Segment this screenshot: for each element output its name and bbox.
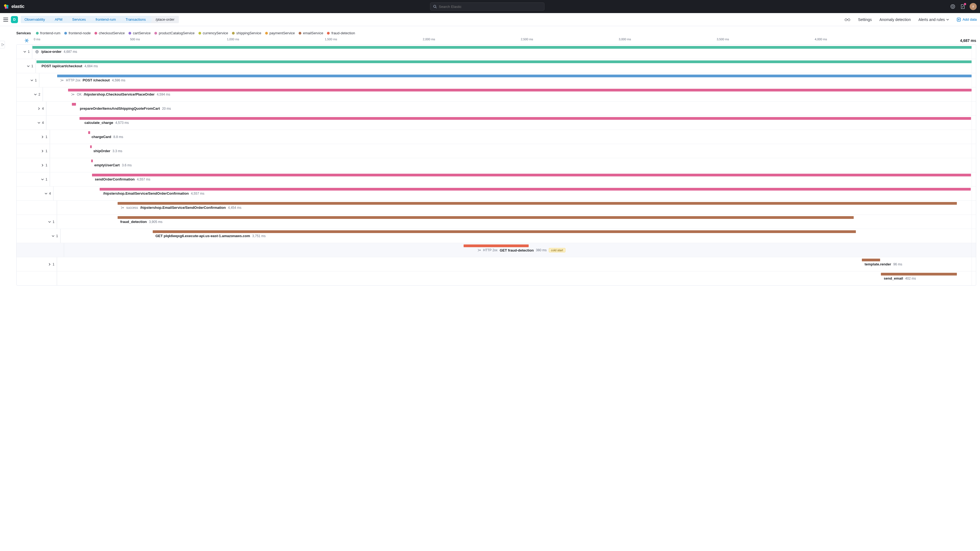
span-body[interactable]: HTTP 2xxPOST /checkout4,596 ms (40, 73, 972, 87)
span-body[interactable]: GET plqk6wqxg6.execute-api.us-east-1.ama… (61, 229, 972, 243)
expand-toggle[interactable]: 1 (17, 172, 50, 186)
add-data-button[interactable]: Add data (956, 18, 977, 22)
legend-item[interactable]: paymentService (265, 31, 295, 35)
span-bar[interactable] (88, 131, 90, 134)
expand-toggle[interactable]: 1 (17, 73, 39, 87)
space-selector[interactable]: D (11, 16, 18, 23)
breadcrumb-link[interactable]: Transactions (120, 16, 150, 23)
span-bar[interactable] (100, 188, 971, 191)
alerts-rules-menu[interactable]: Alerts and rules (918, 18, 949, 22)
expand-toggle[interactable]: 2 (17, 88, 43, 101)
expand-toggle[interactable]: 1 (17, 144, 50, 158)
span-row[interactable]: 1shipOrder3.3 ms (17, 144, 976, 158)
span-bar[interactable] (862, 259, 880, 261)
expand-toggle[interactable]: 1 (17, 158, 50, 172)
expand-toggle[interactable]: 4 (17, 116, 46, 130)
span-bar[interactable] (92, 174, 971, 177)
span-body[interactable]: prepareOrderItemsAndShippingQuoteFromCar… (46, 102, 972, 115)
legend-item[interactable]: cartService (129, 31, 151, 35)
span-row[interactable]: 4calculate_charge4,573 ms (17, 115, 976, 130)
span-bar[interactable] (118, 202, 957, 205)
expand-toggle[interactable]: 4 (17, 102, 46, 115)
span-bar[interactable] (881, 273, 957, 276)
span-bar[interactable] (118, 216, 854, 219)
legend-item[interactable]: checkoutService (94, 31, 125, 35)
anomaly-detection-link[interactable]: Anomaly detection (879, 18, 911, 22)
span-row[interactable]: 1/place-order4,687 ms (17, 45, 976, 59)
span-bar[interactable] (72, 103, 76, 106)
span-bar[interactable] (91, 159, 93, 162)
legend-item[interactable]: frontend-rum (36, 31, 60, 35)
expand-toggle[interactable]: 1 (17, 215, 57, 229)
span-body[interactable]: sendOrderConfirmation4,557 ms (50, 172, 972, 186)
breadcrumb-link[interactable]: APM (49, 16, 67, 23)
breadcrumb-link[interactable]: frontend-rum (90, 16, 120, 23)
span-body[interactable]: emptyUserCart3.6 ms (50, 158, 972, 172)
span-row[interactable]: 2OK/hipstershop.CheckoutService/PlaceOrd… (17, 87, 976, 101)
expand-toggle[interactable]: 4 (17, 186, 53, 201)
help-icon[interactable] (950, 4, 956, 9)
legend-item[interactable]: currencyService (199, 31, 228, 35)
expand-toggle[interactable]: 1 (17, 257, 57, 271)
span-body[interactable]: fraud_detection3,905 ms (57, 215, 972, 229)
row-gutter (17, 271, 57, 285)
newsfeed-icon[interactable] (960, 4, 965, 9)
span-row[interactable]: 1GET plqk6wqxg6.execute-api.us-east-1.am… (17, 229, 976, 243)
expand-toggle[interactable]: 1 (17, 229, 60, 243)
span-row[interactable]: 1fraud_detection3,905 ms (17, 215, 976, 229)
row-gutter: 1 (17, 172, 50, 186)
span-row[interactable]: send_email402 ms (17, 271, 976, 285)
span-body[interactable]: POST /api/cart/checkout4,684 ms (36, 59, 972, 73)
nav-toggle-icon[interactable] (3, 18, 8, 22)
span-row[interactable]: 1sendOrderConfirmation4,557 ms (17, 172, 976, 186)
span-body[interactable]: HTTP 2xxGET fraud-detection380 mscold st… (64, 243, 972, 257)
span-body[interactable]: success/hipstershop.EmailService/SendOrd… (57, 201, 972, 215)
breadcrumb-link[interactable]: Services (67, 16, 90, 23)
span-row[interactable]: success/hipstershop.EmailService/SendOrd… (17, 201, 976, 215)
span-row[interactable]: 1template.render96 ms (17, 257, 976, 271)
tick-label: 1,000 ms (227, 38, 239, 41)
span-bar[interactable] (90, 145, 92, 148)
span-row[interactable]: 1HTTP 2xxPOST /checkout4,596 ms (17, 73, 976, 87)
span-duration: 3.3 ms (113, 149, 122, 153)
expand-toggle[interactable]: 1 (17, 59, 36, 73)
span-row[interactable]: 1chargeCard8.8 ms (17, 130, 976, 144)
span-row[interactable]: 4/hipstershop.EmailService/SendOrderConf… (17, 186, 976, 201)
span-row[interactable]: 1emptyUserCart3.6 ms (17, 158, 976, 172)
legend-item[interactable]: productCatalogService (154, 31, 195, 35)
expand-toggle[interactable]: 1 (17, 45, 32, 59)
span-row[interactable]: HTTP 2xxGET fraud-detection380 mscold st… (17, 243, 976, 257)
side-panel-expand[interactable] (0, 41, 5, 48)
span-body[interactable]: OK/hipstershop.CheckoutService/PlaceOrde… (43, 88, 972, 101)
settings-link[interactable]: Settings (858, 18, 872, 22)
span-body[interactable]: /place-order4,687 ms (32, 45, 972, 59)
legend-item[interactable]: emailService (299, 31, 323, 35)
legend-item[interactable]: fraud-detection (327, 31, 355, 35)
span-body[interactable]: calculate_charge4,573 ms (46, 116, 972, 130)
span-bar[interactable] (464, 244, 529, 247)
expand-toggle[interactable]: 1 (17, 130, 50, 144)
search-input[interactable] (439, 5, 541, 9)
inspector-icon[interactable] (845, 18, 850, 22)
span-row[interactable]: 1POST /api/cart/checkout4,684 ms (17, 59, 976, 73)
span-body[interactable]: shipOrder3.3 ms (50, 144, 972, 158)
span-bar[interactable] (68, 89, 972, 91)
span-duration: 4,557 ms (191, 192, 204, 196)
span-row[interactable]: 4prepareOrderItemsAndShippingQuoteFromCa… (17, 101, 976, 115)
elastic-logo-icon (3, 3, 9, 10)
logo[interactable]: elastic (3, 3, 24, 10)
span-bar[interactable] (57, 75, 972, 77)
span-body[interactable]: send_email402 ms (57, 271, 972, 285)
span-body[interactable]: /hipstershop.EmailService/SendOrderConfi… (54, 186, 972, 201)
user-avatar[interactable]: r (970, 3, 977, 10)
legend-item[interactable]: shippingService (232, 31, 261, 35)
legend-item[interactable]: frontend-node (64, 31, 91, 35)
span-body[interactable]: template.render96 ms (57, 257, 972, 271)
span-bar[interactable] (80, 117, 971, 120)
span-bar[interactable] (153, 230, 856, 233)
span-bar[interactable] (37, 61, 972, 63)
span-body[interactable]: chargeCard8.8 ms (50, 130, 972, 144)
span-bar[interactable] (32, 46, 972, 49)
global-search[interactable] (430, 2, 544, 11)
breadcrumb-link[interactable]: Observability (21, 16, 49, 23)
